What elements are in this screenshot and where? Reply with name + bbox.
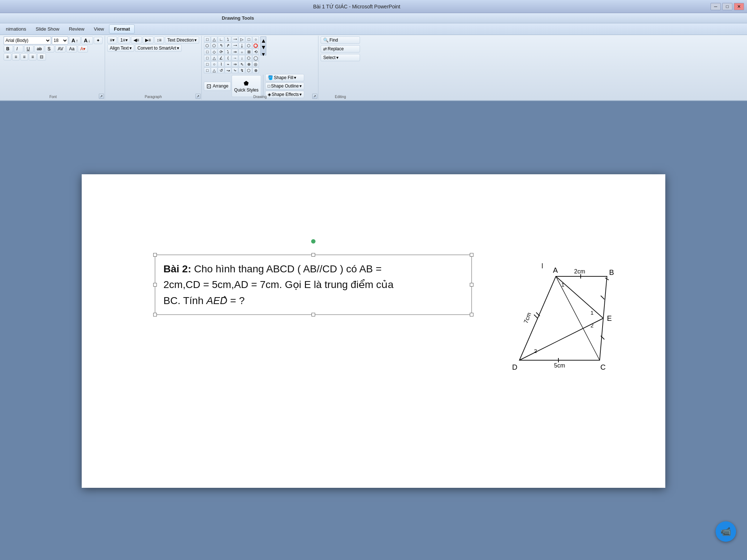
align-left-button[interactable]: ≡: [4, 53, 11, 61]
paragraph-group-expand[interactable]: ↗: [196, 94, 201, 99]
shape-cell[interactable]: ⭕: [252, 43, 259, 48]
shape-cell[interactable]: ○: [211, 61, 217, 67]
shape-cell[interactable]: ⊕: [245, 61, 252, 67]
menu-format[interactable]: Format: [109, 24, 135, 34]
shape-cell[interactable]: □: [204, 36, 210, 42]
handle-bm[interactable]: [311, 313, 315, 316]
handle-ml[interactable]: [153, 283, 157, 287]
shape-cell[interactable]: △: [211, 67, 217, 73]
bullets-button[interactable]: ≡▾: [107, 36, 117, 44]
shape-cell[interactable]: →: [232, 55, 238, 61]
shape-cell[interactable]: ▷: [239, 36, 245, 42]
video-call-button[interactable]: 📹: [716, 521, 736, 542]
shape-cell[interactable]: ⭣: [239, 43, 245, 48]
drawing-group-expand[interactable]: ↗: [312, 94, 317, 99]
shape-cell[interactable]: ⤵: [225, 36, 231, 42]
shape-cell[interactable]: ↱: [225, 43, 231, 48]
shape-cell[interactable]: ◎: [252, 61, 259, 67]
font-family-select[interactable]: Arial (Body): [4, 36, 51, 44]
clear-format-button[interactable]: ✦: [94, 37, 102, 44]
quick-styles-button[interactable]: ⬟ Quick Styles: [232, 75, 261, 97]
shape-cell[interactable]: ○: [252, 36, 259, 42]
shape-cell[interactable]: ⌁: [225, 61, 231, 67]
line-spacing-button[interactable]: ↕≡: [154, 36, 164, 44]
shape-cell[interactable]: ↯: [239, 67, 245, 73]
handle-tl[interactable]: [153, 253, 157, 257]
maximize-button[interactable]: □: [722, 3, 732, 10]
shape-cell[interactable]: ↝: [225, 67, 231, 73]
bold-button[interactable]: B: [4, 45, 13, 52]
italic-button[interactable]: I: [14, 45, 23, 52]
menu-view[interactable]: View: [89, 25, 108, 33]
shape-cell[interactable]: ∠: [218, 55, 224, 61]
shape-cell[interactable]: ↺: [218, 67, 224, 73]
shape-outline-button[interactable]: □ Shape Outline▾: [265, 82, 305, 90]
shape-cell[interactable]: ⊗: [252, 67, 259, 73]
shape-cell[interactable]: □: [204, 61, 210, 67]
shape-cell[interactable]: □: [204, 49, 210, 55]
convert-smartart-button[interactable]: Convert to SmartArt▾: [135, 44, 182, 52]
shape-cell[interactable]: ◯: [252, 55, 259, 61]
handle-br[interactable]: [470, 313, 473, 316]
shape-cell[interactable]: ⊞: [245, 49, 252, 55]
shape-cell[interactable]: ⇒: [232, 61, 238, 67]
menu-slideshow[interactable]: Slide Show: [31, 25, 64, 33]
textbox[interactable]: Bài 2: Cho hình thang ABCD ( AB//CD ) có…: [155, 254, 472, 315]
strikethrough-button[interactable]: ab: [34, 45, 44, 52]
shape-cell[interactable]: ⬠: [211, 43, 217, 48]
justify-button[interactable]: ≡: [29, 53, 36, 61]
menu-animations[interactable]: nimations: [1, 25, 31, 33]
handle-tm[interactable]: [311, 253, 315, 257]
shape-fill-button[interactable]: 🪣 Shape Fill▾: [265, 74, 305, 81]
rotate-handle[interactable]: [311, 239, 316, 244]
close-button[interactable]: ✕: [734, 3, 744, 10]
shape-cell[interactable]: □: [204, 55, 210, 61]
shape-cell[interactable]: ⟳: [218, 49, 224, 55]
menu-review[interactable]: Review: [65, 25, 89, 33]
shape-cell[interactable]: ↓: [239, 55, 245, 61]
font-group-expand[interactable]: ↗: [99, 94, 104, 99]
arrange-button[interactable]: ⊡ Arrange: [204, 82, 231, 91]
increase-font-button[interactable]: A↑: [69, 36, 81, 44]
shape-cell[interactable]: ⟨: [225, 55, 231, 61]
shape-cell[interactable]: ⇒: [232, 49, 238, 55]
find-button[interactable]: 🔍 Find: [321, 36, 360, 44]
numbering-button[interactable]: 1≡▾: [118, 36, 130, 44]
font-color-button[interactable]: A▾: [78, 45, 88, 52]
char-spacing-button[interactable]: AV: [55, 45, 66, 52]
align-center-button[interactable]: ≡: [12, 53, 20, 61]
replace-button[interactable]: ⇄ Replace: [321, 45, 360, 52]
shape-cell[interactable]: ⤷: [232, 67, 238, 73]
change-case-button[interactable]: Aa: [66, 45, 77, 52]
shape-cell[interactable]: ⬡: [245, 67, 252, 73]
decrease-font-button[interactable]: A↓: [81, 36, 93, 44]
shape-cell[interactable]: ↰: [218, 43, 224, 48]
handle-bl[interactable]: [153, 313, 157, 316]
shape-cell[interactable]: ⬡: [245, 43, 252, 48]
columns-button[interactable]: ⊟: [37, 53, 46, 61]
shape-cell[interactable]: ⬡: [204, 43, 210, 48]
shape-cell[interactable]: ⭢: [232, 43, 238, 48]
shape-cell[interactable]: △: [211, 36, 217, 42]
shape-cell[interactable]: △: [211, 55, 217, 61]
handle-mr[interactable]: [470, 283, 473, 287]
shape-cell[interactable]: ⤵: [225, 49, 231, 55]
shape-cell[interactable]: □: [245, 36, 252, 42]
shape-cell[interactable]: ∟: [218, 36, 224, 42]
slide[interactable]: Bài 2: Cho hình thang ABCD ( AB//CD ) có…: [82, 174, 665, 488]
align-text-button[interactable]: Align Text▾: [107, 44, 134, 52]
decrease-indent-button[interactable]: ◀≡: [131, 36, 142, 44]
shadow-button[interactable]: S: [45, 45, 54, 52]
minimize-button[interactable]: ─: [711, 3, 721, 10]
shape-cell[interactable]: ⬦: [239, 49, 245, 55]
shape-cell[interactable]: ⬡: [245, 55, 252, 61]
shape-cell[interactable]: □: [204, 67, 210, 73]
shape-cell[interactable]: ◇: [211, 49, 217, 55]
align-right-button[interactable]: ≡: [20, 53, 28, 61]
text-direction-button[interactable]: Text Direction▾: [165, 36, 200, 44]
select-button[interactable]: Select▾: [321, 54, 360, 61]
font-size-select[interactable]: 18: [52, 36, 68, 44]
increase-indent-button[interactable]: ▶≡: [143, 36, 154, 44]
shape-cell[interactable]: ⟲: [252, 49, 259, 55]
shapes-scroll[interactable]: ▲ ▼ ▾: [260, 36, 266, 55]
